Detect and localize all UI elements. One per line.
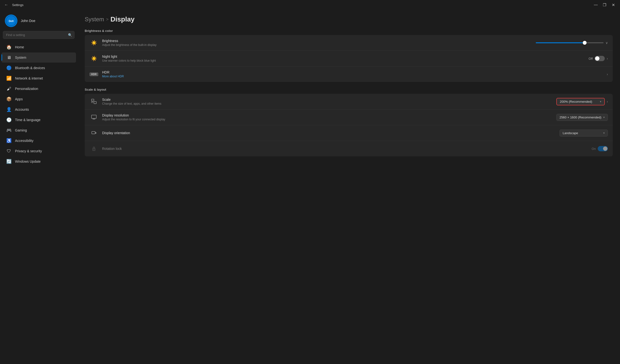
content-area: System > Display Brightness & color ☀️ B…: [78, 10, 620, 364]
accessibility-icon: ♿: [6, 138, 12, 143]
orientation-dropdown[interactable]: Landscape ▾: [559, 130, 608, 137]
brightness-icon: ☀️: [90, 38, 98, 47]
section-brightness-color-title: Brightness & color: [85, 29, 613, 33]
search-input[interactable]: [3, 31, 75, 39]
sidebar-item-bluetooth[interactable]: 🔵Bluetooth & devices: [1, 63, 76, 73]
maximize-button[interactable]: ❐: [601, 2, 608, 8]
night-light-subtitle: Use warmer colors to help block blue lig…: [102, 59, 589, 62]
titlebar-title: Settings: [12, 3, 23, 7]
sidebar-item-personalization[interactable]: 🖌Personalization: [1, 84, 76, 94]
night-light-text: Night light Use warmer colors to help bl…: [102, 55, 589, 62]
hdr-control: ›: [607, 72, 608, 76]
hdr-row[interactable]: HDR HDR More about HDR ›: [85, 66, 613, 82]
rotation-lock-toggle-knob: [603, 146, 607, 151]
orientation-control: Landscape ▾: [559, 130, 608, 137]
svg-point-10: [94, 149, 94, 150]
bluetooth-icon: 🔵: [6, 65, 12, 71]
scale-dropdown-value: 200% (Recommended): [560, 100, 592, 103]
breadcrumb: System > Display: [85, 15, 613, 23]
hdr-icon: HDR: [90, 70, 98, 79]
minimize-button[interactable]: —: [592, 2, 600, 8]
orientation-icon: [90, 129, 98, 137]
scale-dropdown[interactable]: 200% (Recommended) ▾: [556, 98, 605, 105]
scale-chevron: ›: [607, 100, 608, 103]
sidebar-item-windows_update[interactable]: 🔄Windows Update: [1, 156, 76, 167]
svg-rect-5: [92, 115, 96, 118]
sidebar-item-apps[interactable]: 📦Apps: [1, 94, 76, 104]
breadcrumb-parent[interactable]: System: [85, 16, 104, 23]
night-light-icon: ☀️: [90, 54, 98, 63]
sidebar-item-label-accounts: Accounts: [15, 108, 29, 111]
system-icon: 🖥: [6, 55, 12, 60]
brightness-color-card: ☀️ Brightness Adjust the brightness of t…: [85, 35, 613, 82]
sidebar-item-label-network: Network & internet: [15, 76, 43, 80]
night-light-toggle-label: Off: [589, 57, 593, 60]
sidebar-item-gaming[interactable]: 🎮Gaming: [1, 125, 76, 135]
scale-dropdown-chevron: ▾: [600, 100, 601, 103]
gaming-icon: 🎮: [6, 128, 12, 133]
back-button[interactable]: ←: [3, 2, 10, 7]
main-layout: Dell John Doe 🔍 🏠Home🖥System🔵Bluetooth &…: [0, 10, 620, 364]
brightness-slider[interactable]: [536, 42, 604, 43]
sidebar-item-time[interactable]: 🕐Time & language: [1, 115, 76, 125]
brightness-subtitle: Adjust the brightness of the built-in di…: [102, 43, 536, 47]
dell-logo: Dell: [6, 15, 16, 26]
avatar: Dell: [5, 15, 17, 27]
network-icon: 📶: [6, 76, 12, 81]
resolution-dropdown-value: 2560 × 1600 (Recommended): [559, 116, 601, 119]
windows_update-icon: 🔄: [6, 159, 12, 164]
night-light-toggle-knob: [595, 56, 599, 61]
scale-row[interactable]: Scale Change the size of text, apps, and…: [85, 94, 613, 109]
sidebar-item-system[interactable]: 🖥System: [1, 52, 76, 63]
night-light-row[interactable]: ☀️ Night light Use warmer colors to help…: [85, 51, 613, 66]
scale-title: Scale: [102, 98, 556, 102]
night-light-control: Off ›: [589, 56, 608, 61]
search-box: 🔍: [3, 31, 75, 39]
resolution-dropdown[interactable]: 2560 × 1600 (Recommended) ▾: [556, 114, 608, 121]
resolution-title: Display resolution: [102, 113, 556, 117]
nav-list: 🏠Home🖥System🔵Bluetooth & devices📶Network…: [0, 42, 78, 167]
night-light-toggle[interactable]: [595, 56, 605, 61]
user-section: Dell John Doe: [0, 10, 78, 31]
personalization-icon: 🖌: [6, 86, 12, 91]
brightness-title: Brightness: [102, 39, 536, 43]
orientation-title: Display orientation: [102, 131, 559, 135]
resolution-icon: [90, 113, 98, 122]
rotation-lock-control: On: [592, 146, 608, 151]
sidebar-item-accessibility[interactable]: ♿Accessibility: [1, 136, 76, 146]
orientation-row[interactable]: Display orientation Landscape ▾: [85, 125, 613, 141]
close-button[interactable]: ✕: [609, 2, 617, 8]
hdr-badge: HDR: [90, 73, 98, 76]
sidebar-item-accounts[interactable]: 👤Accounts: [1, 104, 76, 115]
apps-icon: 📦: [6, 96, 12, 102]
svg-text:Dell: Dell: [9, 20, 14, 22]
brightness-row[interactable]: ☀️ Brightness Adjust the brightness of t…: [85, 35, 613, 51]
sidebar-item-label-windows_update: Windows Update: [15, 160, 41, 163]
hdr-subtitle-link[interactable]: More about HDR: [102, 75, 607, 78]
settings-window: ← Settings — ❐ ✕ Dell Joh: [0, 0, 620, 364]
svg-rect-4: [92, 102, 93, 103]
scale-control: 200% (Recommended) ▾ ›: [556, 98, 608, 105]
sidebar-item-privacy[interactable]: 🛡Privacy & security: [1, 146, 76, 156]
sidebar-item-label-apps: Apps: [15, 97, 23, 101]
brightness-chevron: ∨: [605, 41, 608, 45]
resolution-text: Display resolution Adjust the resolution…: [102, 113, 556, 121]
sidebar-item-home[interactable]: 🏠Home: [1, 42, 76, 52]
night-light-title: Night light: [102, 55, 589, 58]
resolution-row[interactable]: Display resolution Adjust the resolution…: [85, 109, 613, 125]
scale-subtitle: Change the size of text, apps, and other…: [102, 102, 556, 105]
rotation-lock-text: Rotation lock: [102, 147, 592, 151]
sidebar-item-network[interactable]: 📶Network & internet: [1, 73, 76, 83]
time-icon: 🕐: [6, 117, 12, 123]
breadcrumb-separator: >: [106, 17, 109, 22]
rotation-lock-toggle-label: On: [592, 147, 596, 151]
svg-rect-3: [94, 102, 96, 104]
rotation-lock-toggle[interactable]: [598, 146, 608, 151]
scale-text: Scale Change the size of text, apps, and…: [102, 98, 556, 105]
breadcrumb-current: Display: [111, 15, 135, 23]
sidebar-item-label-gaming: Gaming: [15, 128, 27, 132]
titlebar-controls: — ❐ ✕: [592, 2, 617, 8]
privacy-icon: 🛡: [6, 148, 12, 154]
orientation-dropdown-chevron: ▾: [603, 131, 605, 135]
sidebar-item-label-privacy: Privacy & security: [15, 149, 42, 153]
